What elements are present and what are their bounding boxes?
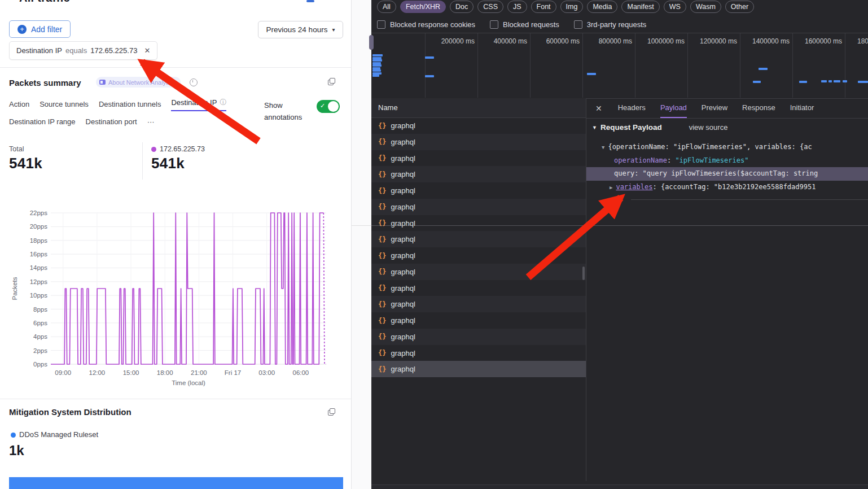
filter-chip[interactable]: Destination IP equals 172.65.225.73 ✕: [9, 41, 157, 60]
checkbox-blocked-requests[interactable]: Blocked requests: [490, 20, 559, 29]
filter-pill-css[interactable]: CSS: [477, 1, 503, 13]
collapse-triangle-icon[interactable]: ▼: [592, 125, 597, 130]
payload-line[interactable]: ▶variables: {accountTag: "b12e3b2192ee55…: [586, 181, 868, 194]
request-name: graphql: [391, 235, 415, 243]
request-name: graphql: [391, 186, 415, 195]
twisty-collapsed-icon[interactable]: ▶: [610, 185, 612, 190]
checkbox-3rd-party-requests[interactable]: 3rd-party requests: [574, 20, 647, 29]
view-source-link[interactable]: view source: [689, 123, 728, 132]
request-row[interactable]: {}graphql: [371, 199, 586, 215]
detail-tab-response[interactable]: Response: [742, 98, 775, 118]
payload-text: query: [614, 169, 634, 177]
dimension-tabs-row-2: Destination IP rangeDestination port···: [9, 117, 155, 129]
mitigation-title: Mitigation System Distribution: [9, 407, 131, 417]
request-row[interactable]: {}graphql: [371, 345, 586, 361]
request-row[interactable]: {}graphql: [371, 312, 586, 329]
filter-pill-js[interactable]: JS: [507, 1, 527, 13]
checkbox-icon[interactable]: [377, 20, 385, 29]
json-braces-icon: {}: [378, 122, 386, 130]
request-row[interactable]: {}graphql: [371, 231, 586, 247]
stat-ip-value: 541k: [151, 155, 185, 172]
svg-text:15:00: 15:00: [123, 369, 139, 376]
waterfall-bar: [372, 64, 382, 67]
request-name: graphql: [391, 251, 415, 260]
filter-pill-all[interactable]: All: [377, 1, 396, 13]
waterfall-bar: [843, 80, 847, 82]
tab-source-tunnels[interactable]: Source tunnels: [40, 100, 89, 111]
screenshot-seam: [631, 199, 868, 200]
request-name: graphql: [391, 316, 415, 325]
timeline-gridline: [582, 33, 583, 98]
request-row[interactable]: {}graphql: [371, 280, 586, 296]
filter-pill-fetch-xhr[interactable]: Fetch/XHR: [400, 1, 446, 13]
request-row[interactable]: {}graphql: [371, 117, 586, 134]
request-detail-panel: ✕ HeadersPayloadPreviewResponseInitiator…: [586, 98, 868, 481]
about-network-analytics-badge[interactable]: About Network Analytics: [96, 77, 181, 88]
request-row[interactable]: {}graphql: [371, 215, 586, 232]
tab-destination-port[interactable]: Destination port: [86, 117, 137, 129]
request-row[interactable]: {}graphql: [371, 247, 586, 264]
time-range-dropdown[interactable]: Previous 24 hours ▾: [258, 21, 343, 38]
twisty-expanded-icon[interactable]: ▼: [602, 145, 604, 150]
tab-destination-ip-range[interactable]: Destination IP range: [9, 117, 76, 129]
tab--[interactable]: ···: [147, 117, 155, 129]
detail-tab-bar: ✕ HeadersPayloadPreviewResponseInitiator: [586, 98, 868, 119]
tab-destination-ip[interactable]: Destination IPⓘ: [171, 98, 226, 111]
timeline-gridline: [792, 33, 793, 98]
timeline-tick-label: 200000 ms: [441, 37, 475, 45]
detail-tab-headers[interactable]: Headers: [618, 98, 646, 118]
plus-icon: +: [17, 25, 27, 34]
request-row[interactable]: {}graphql: [371, 264, 586, 280]
detail-tab-payload[interactable]: Payload: [660, 98, 687, 118]
request-row[interactable]: {}graphql: [371, 329, 586, 345]
detail-tab-initiator[interactable]: Initiator: [790, 98, 814, 118]
json-braces-icon: {}: [378, 268, 386, 276]
detail-tab-preview[interactable]: Preview: [702, 98, 727, 118]
timeline-tick-label: 1800000 ms: [857, 37, 868, 45]
request-row[interactable]: {}graphql: [371, 166, 586, 182]
filter-pill-ws[interactable]: WS: [664, 1, 686, 13]
add-filter-button[interactable]: + Add filter: [9, 20, 71, 38]
request-row[interactable]: {}graphql: [371, 150, 586, 167]
close-icon[interactable]: ✕: [595, 104, 602, 113]
request-name: graphql: [391, 333, 415, 341]
scrollbar-thumb[interactable]: [582, 267, 585, 280]
info-icon[interactable]: ⓘ: [220, 98, 226, 107]
filter-pill-media[interactable]: Media: [587, 1, 617, 13]
json-braces-icon: {}: [378, 252, 386, 260]
payload-key[interactable]: variables: [616, 183, 652, 191]
payload-line[interactable]: query: "query ipFlowTimeseries($accountT…: [586, 167, 868, 181]
request-row[interactable]: {}graphql: [371, 361, 586, 377]
tab-action[interactable]: Action: [9, 100, 29, 111]
checkbox-blocked-response-cookies[interactable]: Blocked response cookies: [377, 20, 475, 29]
expand-panel-icon[interactable]: [328, 408, 335, 416]
packets-summary-title: Packets summary: [9, 78, 81, 88]
filter-pill-wasm[interactable]: Wasm: [690, 1, 721, 13]
filter-pill-other[interactable]: Other: [725, 1, 754, 13]
clock-icon[interactable]: [190, 78, 198, 86]
checkbox-icon[interactable]: [574, 20, 582, 29]
divider: [0, 399, 351, 399]
remove-filter-icon[interactable]: ✕: [144, 46, 150, 55]
checkbox-icon[interactable]: [490, 20, 498, 29]
request-row[interactable]: {}graphql: [371, 134, 586, 150]
waterfall-bar: [587, 73, 596, 75]
payload-line[interactable]: ▼{operationName: "ipFlowTimeseries", var…: [586, 141, 868, 154]
request-row[interactable]: {}graphql: [371, 296, 586, 312]
request-name: graphql: [391, 268, 415, 276]
tab-destination-tunnels[interactable]: Destination tunnels: [99, 100, 161, 111]
filter-pill-doc[interactable]: Doc: [450, 1, 474, 13]
filter-pill-img[interactable]: Img: [560, 1, 584, 13]
network-overview-timeline[interactable]: 200000 ms400000 ms600000 ms800000 ms1000…: [371, 33, 868, 99]
filter-pill-font[interactable]: Font: [531, 1, 556, 13]
expand-panel-icon[interactable]: [328, 78, 335, 85]
request-row[interactable]: {}graphql: [371, 182, 586, 199]
annotations-toggle[interactable]: ✓: [317, 100, 340, 113]
request-name: graphql: [391, 365, 415, 373]
filter-pill-manifest[interactable]: Manifest: [621, 1, 659, 13]
svg-text:Packets: Packets: [11, 277, 18, 300]
tab-label: ···: [147, 117, 155, 126]
payload-line[interactable]: operationName: "ipFlowTimeseries": [586, 154, 868, 168]
timeline-drag-handle[interactable]: [369, 35, 374, 50]
request-name: graphql: [391, 154, 415, 163]
